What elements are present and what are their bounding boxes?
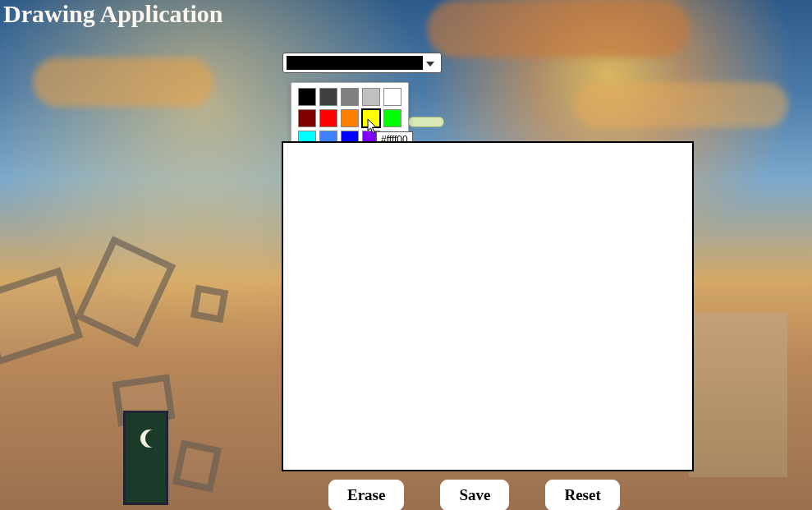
bg-frame xyxy=(172,439,222,492)
bg-frame xyxy=(0,267,83,365)
erase-button[interactable]: Erase xyxy=(328,480,404,510)
brush-size-slider[interactable] xyxy=(408,117,444,127)
color-swatch-orange[interactable] xyxy=(341,109,359,127)
bg-crescent-panel xyxy=(123,411,168,505)
color-swatch-black[interactable] xyxy=(298,88,316,106)
bg-frame xyxy=(75,236,177,347)
drawing-canvas[interactable] xyxy=(282,141,694,471)
bg-frame xyxy=(190,285,228,323)
color-swatch-red[interactable] xyxy=(319,109,337,127)
color-swatch-dark-gray[interactable] xyxy=(319,88,337,106)
color-swatch-white[interactable] xyxy=(383,88,401,106)
save-button[interactable]: Save xyxy=(440,480,509,510)
button-row: Erase Save Reset xyxy=(328,480,620,510)
bg-building xyxy=(689,313,787,477)
color-swatch-lime[interactable] xyxy=(383,109,401,127)
color-swatch-maroon[interactable] xyxy=(298,109,316,127)
color-swatch-silver[interactable] xyxy=(362,88,380,106)
selected-color-swatch xyxy=(287,56,423,70)
color-swatch-gray[interactable] xyxy=(341,88,359,106)
page-title: Drawing Application xyxy=(3,0,223,28)
chevron-down-icon xyxy=(423,58,438,68)
color-swatch-yellow[interactable] xyxy=(362,109,380,127)
reset-button[interactable]: Reset xyxy=(545,480,619,510)
color-select[interactable] xyxy=(282,53,442,73)
